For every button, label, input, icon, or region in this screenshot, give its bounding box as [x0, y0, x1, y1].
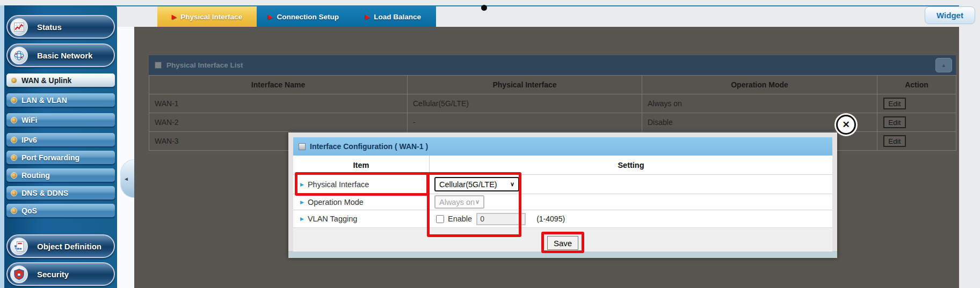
panel-square-icon	[155, 62, 162, 69]
sidebar-item-label: DNS & DDNS	[21, 189, 68, 197]
chart-icon	[10, 18, 28, 36]
col-physical-interface: Physical Interface	[408, 76, 642, 94]
sidebar-item-label: Port Forwarding	[21, 153, 79, 162]
shield-icon	[10, 265, 28, 283]
tab-arrow-icon: ▶	[365, 13, 369, 20]
sidebar-button-label: Object Definition	[37, 242, 101, 251]
bullet-icon	[11, 117, 17, 123]
edit-button[interactable]: Edit	[883, 116, 906, 128]
tab-label: Connection Setup	[277, 13, 339, 21]
bullet-icon	[11, 97, 17, 104]
tab-bar: ▶ Physical Interface ▶ Connection Setup …	[157, 6, 436, 27]
tab-label: Load Balance	[374, 13, 421, 21]
sidebar-item-label: WiFi	[21, 116, 37, 124]
modal-square-icon	[299, 143, 306, 150]
top-divider-line	[0, 5, 959, 6]
chevron-left-icon: ◄	[124, 176, 129, 182]
modal-title-bar: Interface Configuration ( WAN-1 )	[293, 137, 832, 156]
sidebar-gutter	[117, 27, 134, 288]
config-row-operation-mode: ▶ Operation Mode Always on ∨	[293, 194, 832, 210]
sidebar-item-label: LAN & VLAN	[21, 96, 67, 105]
row-label: VLAN Tagging	[308, 215, 357, 223]
cell-interface-name: WAN-2	[149, 113, 408, 132]
col-operation-mode: Operation Mode	[642, 76, 877, 94]
widget-button[interactable]: Widget	[925, 6, 975, 24]
annotation-dot	[481, 5, 487, 11]
bullet-icon	[11, 154, 17, 161]
sidebar-button-label: Basic Network	[37, 51, 92, 60]
sidebar-item-label: Routing	[21, 171, 50, 180]
bullet-icon	[11, 137, 17, 143]
cell-operation-mode: Always on	[642, 94, 877, 113]
list-panel-title: Physical Interface List	[166, 61, 243, 69]
sidebar-button-label: Security	[37, 270, 69, 279]
tab-connection-setup[interactable]: ▶ Connection Setup	[257, 6, 350, 27]
tab-physical-interface[interactable]: ▶ Physical Interface	[157, 6, 257, 27]
close-icon: ✕	[842, 119, 850, 130]
sidebar-button-basic-network[interactable]: Basic Network	[6, 43, 115, 67]
config-col-setting: Setting	[430, 156, 832, 174]
sidebar-item-wifi[interactable]: WiFi	[6, 113, 115, 127]
sidebar-item-wan-uplink[interactable]: WAN & Uplink	[6, 73, 115, 87]
bullet-icon	[11, 77, 17, 84]
sidebar-left-strip	[0, 5, 4, 288]
arrow-right-icon: ▶	[300, 200, 304, 205]
annotation-box-physical-interface-label	[295, 172, 429, 196]
cell-physical-interface: Cellular(5G/LTE)	[408, 94, 642, 113]
arrow-right-icon: ▶	[300, 216, 304, 221]
widget-button-label: Widget	[937, 11, 963, 20]
sidebar-item-label: WAN & Uplink	[21, 76, 71, 85]
tab-arrow-icon: ▶	[268, 13, 272, 20]
globe-icon	[10, 47, 28, 64]
sidebar-item-routing[interactable]: Routing	[6, 168, 115, 182]
bullet-icon	[11, 190, 17, 196]
bullet-icon	[11, 172, 17, 179]
chevron-up-icon: ▲	[941, 62, 947, 68]
annotation-box-save	[541, 232, 584, 253]
edit-button[interactable]: Edit	[883, 135, 906, 147]
sidebar-button-status[interactable]: Status	[6, 15, 115, 39]
close-button[interactable]: ✕	[836, 115, 856, 135]
sidebar-item-label: QoS	[21, 206, 37, 215]
tab-arrow-icon: ▶	[172, 13, 176, 20]
sidebar-item-port-forwarding[interactable]: Port Forwarding	[6, 151, 115, 164]
sidebar-button-security[interactable]: Security	[6, 262, 115, 286]
sidebar-item-qos[interactable]: QoS	[6, 204, 115, 217]
sidebar-button-object-definition[interactable]: Object Definition	[6, 234, 115, 258]
annotation-box-setting-widgets	[427, 172, 521, 237]
table-row: WAN-1 Cellular(5G/LTE) Always on Edit	[149, 94, 956, 113]
bullet-icon	[11, 208, 17, 214]
sidebar-item-label: IPv6	[21, 136, 37, 144]
cell-interface-name: WAN-1	[149, 94, 408, 113]
table-row: WAN-2 - Disable Edit	[149, 113, 956, 132]
object-tree-icon	[10, 238, 28, 255]
tab-label: Physical Interface	[180, 13, 242, 21]
modal-title: Interface Configuration ( WAN-1 )	[310, 142, 428, 151]
sidebar-item-lan-vlan[interactable]: LAN & VLAN	[6, 93, 115, 107]
config-row-vlan-tagging: ▶ VLAN Tagging Enable (1-4095)	[293, 210, 832, 227]
vlan-range-hint: (1-4095)	[536, 215, 565, 223]
cell-physical-interface: -	[408, 113, 642, 132]
config-col-item: Item	[293, 156, 430, 174]
col-interface-name: Interface Name	[149, 76, 408, 94]
edit-button[interactable]: Edit	[883, 98, 906, 109]
sidebar-item-ipv6[interactable]: IPv6	[6, 133, 115, 146]
router-admin-page: ▶ Physical Interface ▶ Connection Setup …	[0, 0, 980, 288]
panel-collapse-button[interactable]: ▲	[935, 58, 952, 72]
tab-load-balance[interactable]: ▶ Load Balance	[350, 6, 436, 27]
row-label: Operation Mode	[308, 198, 364, 206]
col-action: Action	[877, 76, 956, 94]
sidebar-item-dns-ddns[interactable]: DNS & DDNS	[6, 186, 115, 200]
table-header-row: Interface Name Physical Interface Operat…	[149, 76, 956, 94]
list-panel-header: Physical Interface List ▲	[149, 55, 956, 75]
sidebar-button-label: Status	[37, 23, 62, 32]
